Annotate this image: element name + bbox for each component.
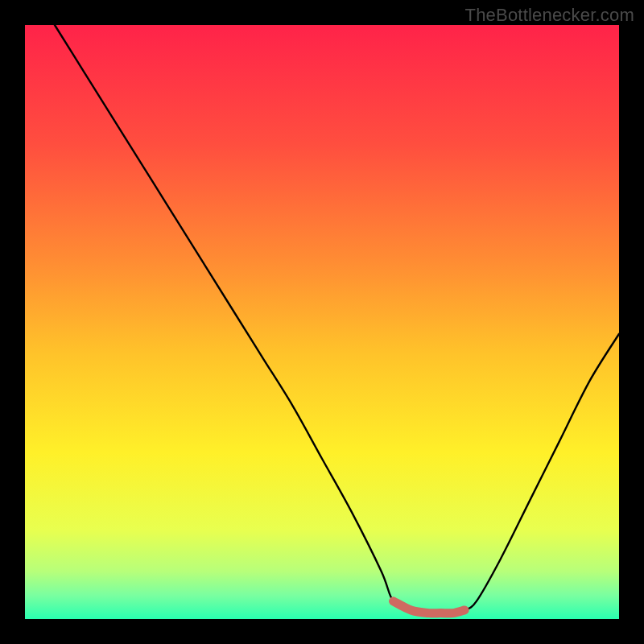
plot-background [25, 25, 619, 619]
bottleneck-chart [0, 0, 644, 644]
watermark-text: TheBottlenecker.com [465, 5, 634, 26]
